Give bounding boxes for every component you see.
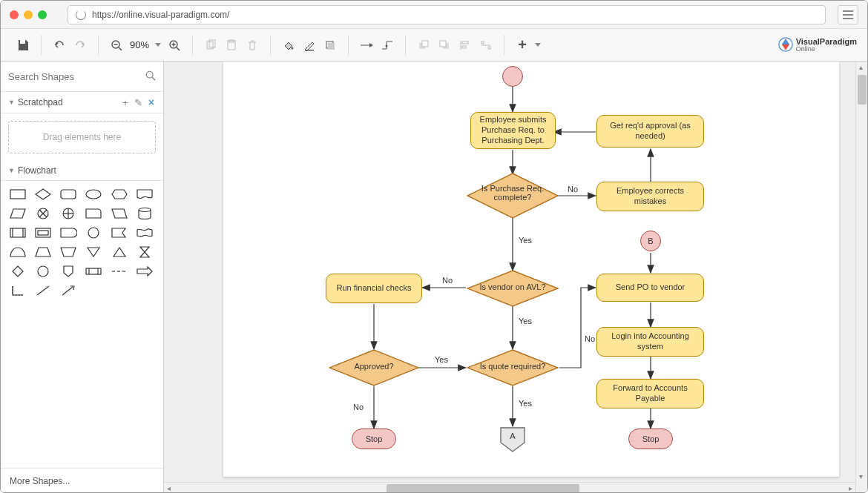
node-sendpo[interactable]: Send PO to vendor bbox=[596, 274, 704, 302]
svg-point-11 bbox=[292, 47, 294, 49]
redo-button[interactable] bbox=[70, 35, 91, 56]
node-approval[interactable]: Get req'd approval (as needed) bbox=[596, 115, 704, 148]
horizontal-scrollbar[interactable]: ◂ ▸ bbox=[164, 482, 855, 493]
shape-half-ellipse[interactable] bbox=[8, 245, 27, 259]
reload-icon[interactable] bbox=[76, 10, 86, 20]
brand-logo-area[interactable]: VisualParadigmOnline bbox=[778, 37, 857, 53]
browser-menu-button[interactable] bbox=[838, 5, 858, 24]
scratchpad-dropzone[interactable]: Drag elements here bbox=[8, 121, 156, 153]
shape-arrow[interactable] bbox=[135, 264, 154, 279]
decision-approved-label: Approved? bbox=[346, 362, 401, 371]
shape-corner[interactable] bbox=[8, 283, 27, 298]
url-bar[interactable]: https://online.visual-paradigm.com/ bbox=[68, 5, 826, 24]
shape-circle2[interactable] bbox=[33, 264, 53, 279]
svg-point-39 bbox=[139, 208, 151, 212]
shape-diamond2[interactable] bbox=[8, 264, 27, 279]
shape-circle-plus[interactable] bbox=[59, 206, 78, 221]
shape-delay[interactable] bbox=[84, 264, 103, 279]
connection-type-button[interactable] bbox=[356, 35, 377, 56]
fill-color-button[interactable] bbox=[278, 35, 299, 56]
svg-line-1 bbox=[119, 47, 122, 50]
sidebar: ▼ Scratchpad + ✎ × Drag elements here ▼ … bbox=[1, 62, 164, 493]
node-runcheck[interactable]: Run financial checks bbox=[326, 274, 422, 303]
svg-point-28 bbox=[146, 71, 153, 78]
to-front-button[interactable] bbox=[413, 35, 434, 56]
more-shapes-button[interactable]: More Shapes... bbox=[1, 468, 163, 493]
scratchpad-edit-button[interactable]: ✎ bbox=[133, 97, 144, 108]
shape-trapezoid[interactable] bbox=[33, 245, 53, 259]
add-button[interactable]: + bbox=[512, 35, 533, 56]
flowchart-panel-header[interactable]: ▼ Flowchart bbox=[1, 161, 163, 181]
search-icon[interactable] bbox=[145, 70, 156, 83]
shape-circle[interactable] bbox=[84, 225, 103, 240]
shape-arrow-line[interactable] bbox=[59, 283, 78, 298]
shape-hourglass[interactable] bbox=[135, 245, 154, 259]
shape-half-round[interactable] bbox=[59, 225, 78, 240]
shape-flag[interactable] bbox=[110, 225, 129, 240]
svg-line-54 bbox=[62, 287, 73, 295]
zoom-in-button[interactable] bbox=[164, 35, 185, 56]
delete-button[interactable] bbox=[242, 35, 263, 56]
zoom-out-button[interactable] bbox=[106, 35, 127, 56]
add-dropdown[interactable] bbox=[533, 35, 543, 56]
shape-subroutine[interactable] bbox=[8, 225, 27, 240]
zoom-level[interactable]: 90% bbox=[127, 39, 152, 50]
canvas-area[interactable]: Employee submits Purchase Req. to Purcha… bbox=[164, 62, 867, 493]
shape-hexagon[interactable] bbox=[110, 187, 129, 202]
node-corrects[interactable]: Employee corrects mistakes bbox=[596, 182, 704, 211]
vertical-scrollbar[interactable]: ▴ ▾ bbox=[855, 62, 867, 493]
shape-circle-x[interactable] bbox=[33, 206, 53, 221]
edge-label: No bbox=[442, 276, 453, 285]
shape-parallelogram2[interactable] bbox=[110, 206, 129, 221]
maximize-window-button[interactable] bbox=[38, 10, 47, 19]
shape-triangle-down[interactable] bbox=[84, 245, 103, 259]
line-color-button[interactable] bbox=[299, 35, 320, 56]
shadow-button[interactable] bbox=[320, 35, 341, 56]
shape-parallelogram[interactable] bbox=[8, 206, 27, 221]
node-forward[interactable]: Forward to Accounts Payable bbox=[596, 379, 704, 408]
zoom-dropdown[interactable] bbox=[152, 35, 164, 56]
node-submit[interactable]: Employee submits Purchase Req. to Purcha… bbox=[470, 112, 556, 149]
save-button[interactable] bbox=[13, 35, 33, 56]
shape-ellipse[interactable] bbox=[84, 187, 103, 202]
copy-button[interactable] bbox=[200, 35, 221, 56]
minimize-window-button[interactable] bbox=[24, 10, 33, 19]
distribute-button[interactable] bbox=[476, 35, 496, 56]
start-terminator[interactable] bbox=[502, 66, 523, 87]
shape-rounded-rect[interactable] bbox=[59, 187, 78, 202]
shape-wave[interactable] bbox=[135, 225, 154, 240]
search-input[interactable] bbox=[8, 67, 145, 85]
shape-line[interactable] bbox=[33, 283, 53, 298]
svg-line-4 bbox=[177, 47, 180, 50]
stop-left[interactable]: Stop bbox=[352, 429, 396, 449]
shape-offpage[interactable] bbox=[59, 264, 78, 279]
to-back-button[interactable] bbox=[434, 35, 455, 56]
shape-diamond[interactable] bbox=[33, 187, 53, 202]
close-window-button[interactable] bbox=[10, 10, 19, 19]
svg-rect-30 bbox=[10, 190, 25, 199]
undo-button[interactable] bbox=[49, 35, 70, 56]
waypoint-button[interactable] bbox=[377, 35, 398, 56]
stop-right[interactable]: Stop bbox=[628, 429, 673, 449]
paste-button[interactable] bbox=[221, 35, 242, 56]
svg-rect-25 bbox=[481, 42, 484, 44]
shape-tab[interactable] bbox=[84, 206, 103, 221]
shape-trapezoid2[interactable] bbox=[59, 245, 78, 259]
shape-document[interactable] bbox=[135, 187, 154, 202]
shape-dashes[interactable] bbox=[110, 264, 129, 279]
node-login[interactable]: Login into Accounting system bbox=[596, 327, 704, 357]
diagram-canvas[interactable]: Employee submits Purchase Req. to Purcha… bbox=[223, 62, 839, 477]
scratchpad-close-button[interactable]: × bbox=[147, 96, 156, 108]
vscroll-thumb[interactable] bbox=[858, 75, 867, 105]
scratchpad-add-button[interactable]: + bbox=[121, 97, 130, 108]
shape-frame[interactable] bbox=[33, 225, 53, 240]
dropzone-text: Drag elements here bbox=[43, 132, 121, 142]
shape-cylinder[interactable] bbox=[135, 206, 154, 221]
hscroll-thumb[interactable] bbox=[387, 484, 579, 493]
scratchpad-header[interactable]: ▼ Scratchpad + ✎ × bbox=[1, 92, 163, 113]
shape-rectangle[interactable] bbox=[8, 187, 27, 202]
align-button[interactable] bbox=[455, 35, 476, 56]
brand-logo-icon bbox=[778, 37, 793, 52]
connector-b[interactable]: B bbox=[640, 231, 661, 251]
shape-triangle-up[interactable] bbox=[110, 245, 129, 259]
